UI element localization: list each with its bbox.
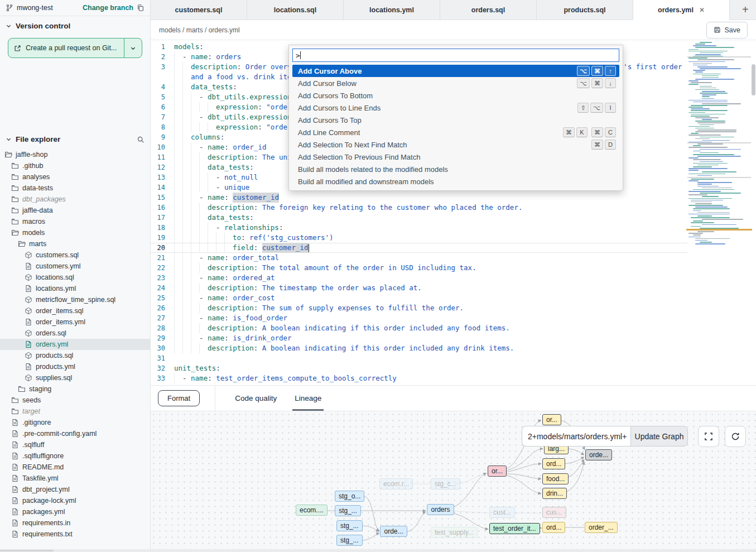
lineage-node-ord[interactable]: ord...: [542, 458, 565, 469]
tree-item-orders-sql[interactable]: orders.sql: [0, 328, 150, 339]
tree-item-dbt-packages[interactable]: dbt_packages: [0, 194, 150, 205]
tab-customers-sql[interactable]: customers.sql: [151, 0, 247, 20]
tree-item--sqlfluff[interactable]: .sqlfluff: [0, 439, 150, 450]
copy-icon[interactable]: [137, 4, 145, 12]
tree-item-customers-sql[interactable]: customers.sql: [0, 249, 150, 261]
tree-item-locations-yml[interactable]: locations.yml: [0, 283, 150, 294]
lineage-node-test_order_it[interactable]: test_order_it...: [489, 523, 540, 534]
chevron-down-icon[interactable]: [6, 136, 12, 142]
tree-item-customers-yml[interactable]: customers.yml: [0, 261, 150, 272]
tree-item-readme-md[interactable]: README.md: [0, 462, 150, 473]
lineage-selector-input[interactable]: 2+models/marts/orders.yml+: [522, 426, 630, 447]
tree-item-jaffle-shop[interactable]: jaffle-shop: [0, 149, 150, 160]
tree-item-macros[interactable]: macros: [0, 216, 150, 227]
tree-item-metricflow-time-spine-sql[interactable]: metricflow_time_spine.sql: [0, 294, 150, 305]
scrollbar-thumb[interactable]: [752, 64, 755, 95]
palette-item-add-line-comment[interactable]: Add Line Comment⌘K⌘C: [292, 126, 619, 138]
editor-scrollbar[interactable]: [751, 40, 756, 385]
tree-item-marts[interactable]: marts: [0, 238, 150, 249]
tab-orders-yml[interactable]: orders.yml✕: [633, 0, 730, 20]
tree-item-supplies-sql[interactable]: supplies.sql: [0, 372, 150, 383]
tree-item-taskfile-yml[interactable]: Taskfile.yml: [0, 473, 150, 484]
palette-item-add-selection-to-previous-find-match[interactable]: Add Selection To Previous Find Match: [292, 151, 619, 163]
tree-item--sqlfluffignore[interactable]: .sqlfluffignore: [0, 450, 150, 462]
lineage-node-ord[interactable]: ord...: [542, 522, 565, 533]
palette-item-add-cursor-below[interactable]: Add Cursor Below⌥⌘↓: [292, 77, 619, 89]
indent-guide: [199, 223, 208, 233]
new-tab-button[interactable]: +: [738, 3, 753, 16]
tree-item-dbt-project-yml[interactable]: dbt_project.yml: [0, 484, 150, 495]
tree-item-orders-yml[interactable]: orders.yml: [0, 339, 150, 350]
tree-item-staging[interactable]: staging: [0, 383, 150, 395]
tree-item--pre-commit-config-yaml[interactable]: .pre-commit-config.yaml: [0, 428, 150, 439]
tree-item-packages-yml[interactable]: packages.yml: [0, 506, 150, 517]
command-palette-input[interactable]: >: [292, 49, 619, 62]
tree-item-models[interactable]: models: [0, 227, 150, 238]
tree-item-requirements-txt[interactable]: requirements.txt: [0, 529, 150, 540]
lineage-node-stg_o[interactable]: stg_o...: [335, 491, 364, 502]
format-button[interactable]: Format: [158, 390, 200, 406]
lineage-node-stg_[interactable]: stg_...: [336, 535, 363, 546]
lineage-node-food[interactable]: food...: [542, 473, 569, 484]
panel-tab-lineage[interactable]: Lineage: [295, 386, 321, 411]
lineage-node-orde[interactable]: orde...: [585, 449, 612, 460]
lineage-node-ecom[interactable]: ecom....: [296, 505, 328, 516]
chevron-down-icon[interactable]: [6, 23, 12, 29]
palette-item-add-cursor-above[interactable]: Add Cursor Above⌥⌘↑: [292, 65, 619, 77]
change-branch-link[interactable]: Change branch: [83, 4, 133, 12]
tree-item-products-sql[interactable]: products.sql: [0, 350, 150, 361]
tree-item-data-tests[interactable]: data-tests: [0, 183, 150, 194]
file-icon: [11, 497, 19, 505]
tab-products-sql[interactable]: products.sql: [537, 0, 633, 20]
code-editor[interactable]: 1models:2- name: orders3description: Ord…: [151, 40, 756, 385]
code-text: to: ref('stg_customers'): [174, 233, 334, 243]
tree-item-locations-sql[interactable]: locations.sql: [0, 272, 150, 283]
tab-locations-sql[interactable]: locations.sql: [247, 0, 344, 20]
palette-item-build-all-modified-and-downstream-models[interactable]: Build all modified and downstream models: [292, 175, 619, 188]
main-area: customers.sqllocations.sqllocations.ymlo…: [151, 0, 756, 552]
palette-item-add-cursors-to-line-ends[interactable]: Add Cursors to Line Ends⇧⌥I: [292, 102, 619, 114]
lineage-node-orders[interactable]: orders: [427, 504, 454, 515]
lineage-node-or[interactable]: or...: [542, 414, 561, 425]
tab-locations-yml[interactable]: locations.yml: [344, 0, 440, 20]
create-pr-dropdown[interactable]: [124, 39, 142, 57]
palette-item-add-cursors-to-top[interactable]: Add Cursors To Top: [292, 114, 619, 126]
sidebar-hscroll-thumb[interactable]: [0, 550, 54, 551]
tree-item-label: seeds: [22, 396, 41, 404]
tab-orders-sql[interactable]: orders.sql: [440, 0, 537, 20]
create-pr-button[interactable]: Create a pull request on Git...: [8, 38, 142, 58]
code-text: - not_null: [174, 172, 258, 183]
minimap[interactable]: [687, 42, 751, 299]
refresh-button[interactable]: [725, 426, 746, 447]
lineage-node-drin[interactable]: drin...: [542, 488, 567, 499]
tree-item-jaffle-data[interactable]: jaffle-data: [0, 205, 150, 216]
update-graph-button[interactable]: Update Graph: [630, 426, 688, 447]
lineage-node-stg_[interactable]: stg_...: [335, 505, 361, 516]
tree-item-analyses[interactable]: analyses: [0, 171, 150, 183]
tree-item-requirements-in[interactable]: requirements.in: [0, 517, 150, 529]
horizontal-scrollbar-track[interactable]: [0, 549, 756, 552]
close-icon[interactable]: ✕: [699, 6, 705, 14]
tree-item-target[interactable]: target: [0, 406, 150, 417]
tree-item--gitignore[interactable]: .gitignore: [0, 417, 150, 428]
tree-item--github[interactable]: .github: [0, 160, 150, 171]
palette-item-add-selection-to-next-find-match[interactable]: Add Selection To Next Find Match⌘D: [292, 138, 619, 151]
palette-item-add-cursors-to-bottom[interactable]: Add Cursors To Bottom: [292, 89, 619, 102]
tree-item-order-items-sql[interactable]: order_items.sql: [0, 305, 150, 316]
save-button[interactable]: Save: [706, 22, 748, 39]
lineage-node-order_[interactable]: order_...: [585, 522, 618, 533]
palette-item-build-all-models-related-to-the-modified-models[interactable]: Build all models related to the modified…: [292, 163, 619, 175]
code-text: description: A boolean indicating if thi…: [174, 343, 514, 353]
lineage-node-stg_[interactable]: stg_...: [336, 520, 363, 531]
lineage-node-orde[interactable]: orde...: [380, 526, 407, 537]
search-icon[interactable]: [137, 136, 145, 143]
tree-item-order-items-yml[interactable]: order_items.yml: [0, 316, 150, 328]
lineage-canvas[interactable]: ecom.r...stg_c...cust...cus...test_suppl…: [151, 411, 756, 550]
tree-item-products-yml[interactable]: products.yml: [0, 361, 150, 372]
lineage-node-or[interactable]: or...: [488, 465, 507, 477]
tree-item-seeds[interactable]: seeds: [0, 395, 150, 406]
tree-item-package-lock-yml[interactable]: package-lock.yml: [0, 495, 150, 506]
fullscreen-button[interactable]: [698, 426, 719, 447]
line-number: 12: [151, 162, 174, 172]
panel-tab-code-quality[interactable]: Code quality: [235, 386, 277, 411]
